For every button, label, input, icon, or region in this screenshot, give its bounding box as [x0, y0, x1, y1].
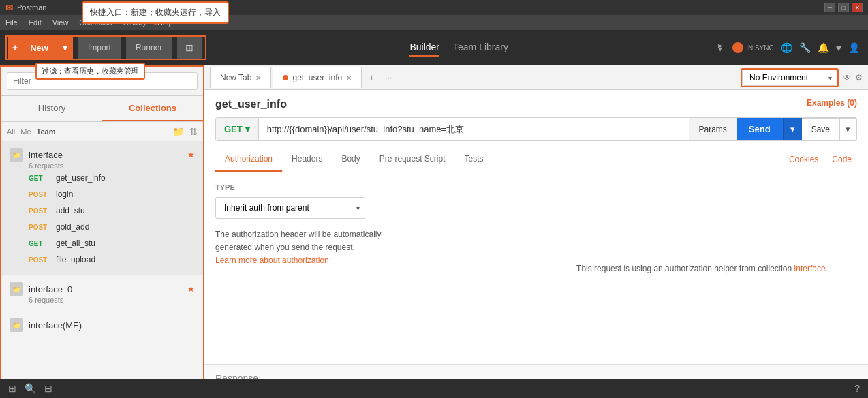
request-item[interactable]: POST add_stu [29, 202, 195, 219]
toolbar-nav: Builder Team Library [207, 39, 711, 57]
collection-interface[interactable]: 📁 interface ★ 6 requests GET get_user_in… [1, 141, 203, 275]
help-icon[interactable]: ? [854, 383, 860, 394]
heart-icon[interactable]: ♥ [836, 42, 841, 53]
env-select[interactable]: No Environment [742, 70, 837, 86]
request-item[interactable]: POST gold_add [29, 219, 195, 235]
tab-collections[interactable]: Collections [102, 96, 203, 121]
sort-icon[interactable]: ⇅ [189, 126, 198, 137]
maximize-button[interactable]: □ [838, 3, 849, 12]
menu-file[interactable]: File [5, 18, 18, 27]
filter-all[interactable]: All [7, 127, 15, 136]
tab-new-tab[interactable]: New Tab ✕ [210, 67, 271, 88]
new-button[interactable]: + New ▾ [8, 36, 73, 59]
request-title: get_user_info [215, 98, 287, 110]
tab-modified-dot [283, 75, 288, 80]
method-arrow: ▾ [245, 124, 250, 134]
toolbar-right: 🎙 IN SYNC 🌐 🔧 🔔 ♥ 👤 [716, 42, 860, 53]
method-badge: GET [29, 174, 50, 182]
request-area: get_user_info Examples (0) GET ▾ Params … [204, 90, 868, 147]
sync-indicator [732, 42, 743, 53]
collection-interface-me[interactable]: 📁 interface(ME) [1, 311, 203, 339]
search-bottom-icon[interactable]: 🔍 [25, 383, 36, 394]
collection-name: interface(ME) [29, 320, 82, 331]
filter-team[interactable]: Team [37, 127, 56, 136]
collection-link[interactable]: interface [794, 264, 826, 273]
params-button[interactable]: Params [689, 118, 737, 140]
menu-view[interactable]: View [52, 18, 69, 27]
req-tab-headers[interactable]: Headers [282, 147, 332, 172]
tab-team-library[interactable]: Team Library [453, 39, 508, 57]
minimize-button[interactable]: ─ [824, 3, 835, 12]
request-item[interactable]: GET get_all_stu [29, 235, 195, 251]
globe-icon[interactable]: 🌐 [781, 42, 792, 53]
request-item[interactable]: POST file_upload [29, 251, 195, 268]
req-tab-body[interactable]: Body [332, 147, 369, 172]
tab-more-button[interactable]: ··· [379, 70, 397, 85]
tab-builder[interactable]: Builder [409, 39, 439, 57]
send-dropdown-button[interactable]: ▾ [783, 118, 802, 140]
request-name: file_upload [56, 255, 95, 264]
collection-sub: 6 requests [29, 162, 195, 170]
tab-history[interactable]: History [1, 96, 102, 121]
menu-edit[interactable]: Edit [29, 18, 42, 27]
tab-label: get_user_info [292, 73, 342, 82]
layers-icon[interactable]: ⊟ [44, 383, 52, 394]
url-bar: GET ▾ Params Send ▾ Save ▾ [215, 117, 857, 141]
user-icon[interactable]: 👤 [848, 42, 860, 53]
req-tab-authorization[interactable]: Authorization [215, 147, 282, 172]
method-badge: GET [29, 240, 50, 247]
new-collection-icon[interactable]: 📁 [172, 126, 184, 137]
request-item[interactable]: POST login [29, 186, 195, 202]
request-name: add_stu [56, 206, 85, 215]
bell-icon[interactable]: 🔔 [818, 42, 829, 53]
auth-type-select[interactable]: Inherit auth from parent No Auth Bearer … [215, 197, 365, 219]
method-badge: POST [29, 207, 50, 215]
save-dropdown-button[interactable]: ▾ [840, 118, 856, 140]
env-gear-icon[interactable]: ⚙ [855, 73, 863, 82]
auth-learn-more-link[interactable]: Learn more about authorization [215, 256, 329, 265]
env-select-wrapper: No Environment [741, 68, 839, 87]
grid-icon[interactable]: ⊞ [8, 383, 16, 394]
tab-get-user-info[interactable]: get_user_info ✕ [273, 67, 362, 88]
collection-star-icon[interactable]: ★ [187, 284, 195, 294]
collection-folder-icon: 📁 [10, 318, 23, 332]
request-list: GET get_user_info POST login POST add_st… [29, 170, 195, 268]
collection-interface-0[interactable]: 📁 interface_0 ★ 6 requests [1, 275, 203, 311]
collection-folder-icon: 📁 [10, 148, 23, 162]
tab-close-icon[interactable]: ✕ [346, 74, 352, 82]
request-name: login [56, 189, 73, 199]
tab-label: New Tab [220, 73, 251, 82]
close-button[interactable]: ✕ [852, 3, 863, 12]
main-content: New Tab ✕ get_user_info ✕ + ··· 环境变量和全局变… [204, 65, 868, 398]
env-eye-icon[interactable]: 👁 [843, 73, 851, 82]
code-link[interactable]: Code [826, 148, 857, 171]
req-tab-pre-request[interactable]: Pre-request Script [370, 147, 455, 172]
method-value: GET [224, 124, 243, 134]
request-title-row: get_user_info Examples (0) [215, 98, 857, 110]
send-button[interactable]: Send [737, 118, 783, 140]
toolbar-extra-button[interactable]: ⊞ [177, 36, 202, 59]
method-select[interactable]: GET ▾ [216, 118, 259, 140]
env-icons: 👁 ⚙ [843, 73, 863, 82]
filter-me[interactable]: Me [20, 127, 31, 136]
tab-add-button[interactable]: + [363, 70, 379, 86]
runner-button[interactable]: Runner [126, 36, 172, 59]
req-tabs-right: Cookies Code [784, 147, 857, 172]
request-name: gold_add [56, 222, 89, 232]
window-controls[interactable]: ─ □ ✕ [824, 3, 863, 12]
request-item[interactable]: GET get_user_info [29, 170, 195, 186]
url-input[interactable] [259, 118, 689, 140]
microphone-icon[interactable]: 🎙 [716, 42, 726, 53]
wrench-icon[interactable]: 🔧 [799, 42, 811, 53]
app-title: Postman [17, 3, 46, 12]
new-dropdown-arrow[interactable]: ▾ [57, 36, 73, 59]
save-button[interactable]: Save [802, 118, 840, 140]
method-badge: POST [29, 256, 50, 264]
req-tab-tests[interactable]: Tests [454, 147, 493, 172]
collection-star-icon[interactable]: ★ [187, 150, 195, 159]
tab-close-icon[interactable]: ✕ [255, 74, 261, 82]
examples-link[interactable]: Examples (0) [807, 98, 857, 110]
import-button[interactable]: Import [78, 36, 121, 59]
cookies-link[interactable]: Cookies [784, 148, 824, 171]
method-badge: POST [29, 224, 50, 231]
